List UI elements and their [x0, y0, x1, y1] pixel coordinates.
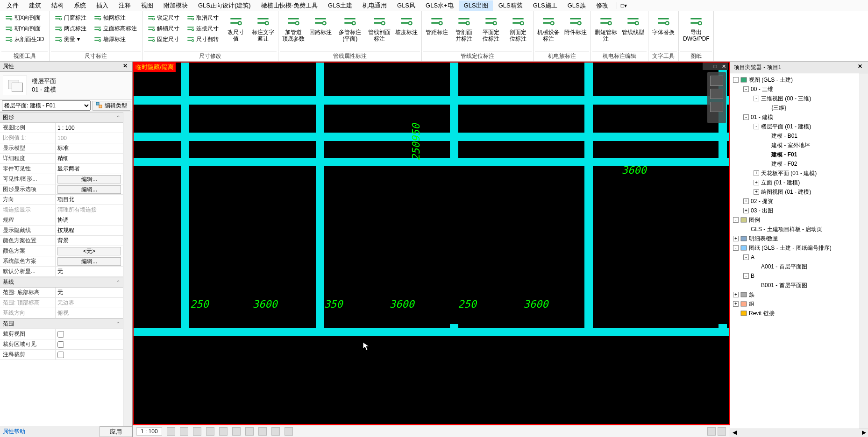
property-value[interactable] — [55, 133, 123, 143]
tree-expander-icon[interactable]: + — [733, 236, 739, 241]
ribbon-button[interactable]: 管线剖面标注 — [366, 13, 393, 50]
maximize-view-button[interactable]: □ — [711, 63, 719, 70]
wall-element[interactable] — [584, 63, 593, 336]
project-browser-tree[interactable]: -视图 (GLS - 土建)-00 - 三维-三维视图 (00 - 三维){三维… — [730, 73, 860, 429]
property-value[interactable] — [55, 236, 123, 246]
tree-item[interactable]: +族 — [731, 290, 859, 299]
menu-item[interactable]: GLS精装 — [494, 0, 527, 11]
property-input[interactable] — [57, 238, 121, 244]
menu-item[interactable]: 修改 — [591, 0, 613, 11]
edit-button[interactable]: 编辑... — [57, 257, 121, 266]
worksharing-icon[interactable] — [258, 427, 267, 436]
tree-item[interactable]: A001 - 首层平面图 — [731, 262, 859, 271]
tree-item[interactable]: +天花板平面 (01 - 建模) — [731, 169, 859, 178]
property-section-header[interactable]: 基线⌃ — [0, 277, 123, 288]
hide-isolate-icon[interactable] — [232, 427, 241, 436]
tree-item[interactable]: -B — [731, 271, 859, 281]
scrollbar[interactable] — [123, 112, 132, 426]
ribbon-button[interactable]: 机械设备标注 — [535, 13, 562, 50]
tree-expander-icon[interactable]: - — [733, 245, 739, 251]
ribbon-button[interactable]: 解锁尺寸 — [145, 23, 182, 34]
property-value[interactable] — [55, 195, 123, 204]
property-input[interactable] — [57, 289, 121, 296]
menu-item[interactable]: 建筑 — [24, 0, 46, 11]
ribbon-button[interactable]: 标注文字避让 — [249, 13, 277, 50]
close-icon[interactable]: ✕ — [121, 63, 129, 71]
property-section-header[interactable]: 范围⌃ — [0, 318, 123, 329]
property-value[interactable] — [55, 267, 123, 276]
wall-element[interactable] — [134, 328, 729, 336]
ribbon-button[interactable]: 多管标注(平面) — [334, 13, 366, 50]
menu-overflow-button[interactable]: □▾ — [617, 2, 631, 9]
close-icon[interactable]: ✕ — [856, 63, 864, 71]
dimension-text[interactable]: 250950 — [410, 124, 422, 161]
status-right-icon-2[interactable] — [718, 427, 726, 436]
tree-expander-icon[interactable]: + — [754, 189, 759, 195]
property-value[interactable] — [55, 215, 123, 225]
menu-item[interactable]: GLS土建 — [323, 0, 357, 11]
ribbon-button[interactable]: 管距标注 — [423, 13, 450, 50]
property-value[interactable] — [55, 308, 123, 318]
apply-button[interactable]: 应用 — [100, 426, 132, 437]
model-canvas[interactable]: 临时隐藏/隔离 — □ ✕ 25036003503600250360036002… — [133, 62, 730, 425]
scroll-left-icon[interactable]: ◀ — [730, 429, 739, 437]
instance-filter-dropdown[interactable]: 楼层平面: 建模 - F01 — [2, 100, 91, 111]
wall-element[interactable] — [134, 96, 729, 105]
tree-expander-icon[interactable]: + — [754, 170, 759, 176]
ribbon-button[interactable]: 管剖面并标注 — [450, 13, 477, 50]
ribbon-button[interactable]: 墙厚标注 — [91, 34, 140, 44]
menu-item[interactable]: GLS正向设计(建筑) — [193, 0, 256, 11]
ribbon-button[interactable]: 剖面定位标注 — [505, 13, 532, 50]
tree-expander-icon[interactable]: - — [733, 217, 739, 223]
tree-expander-icon[interactable]: - — [743, 114, 749, 120]
property-value[interactable]: 编辑... — [55, 174, 123, 184]
menu-item[interactable]: GLS族 — [563, 0, 591, 11]
property-input[interactable] — [57, 135, 121, 141]
property-value[interactable] — [55, 164, 123, 174]
ribbon-button[interactable]: 删短管标注 — [592, 13, 619, 50]
shadows-icon[interactable] — [206, 427, 214, 436]
tree-item[interactable]: GLS - 土建项目样板 - 启动页 — [731, 225, 859, 234]
property-value[interactable] — [55, 226, 123, 235]
type-selector[interactable]: 楼层平面 01 - 建模 — [0, 72, 132, 99]
close-view-button[interactable]: ✕ — [719, 63, 728, 70]
menu-item[interactable]: GLS风 — [392, 0, 420, 11]
menu-item[interactable]: GLS出图 — [459, 0, 493, 11]
ribbon-button[interactable]: 连接尺寸 — [184, 23, 221, 34]
menu-item[interactable]: GLS施工 — [528, 0, 562, 11]
menu-item[interactable]: 系统 — [69, 0, 91, 11]
menu-item[interactable]: 插入 — [92, 0, 113, 11]
analytial-icon[interactable] — [271, 427, 280, 436]
ribbon-button[interactable]: 门窗标注 — [52, 13, 89, 23]
view-scale-button[interactable]: 1 : 100 — [136, 427, 162, 436]
menu-item[interactable]: 橄榄山快模-免费工具 — [256, 0, 322, 11]
edit-button[interactable]: 编辑... — [57, 185, 121, 194]
property-checkbox[interactable] — [57, 352, 64, 358]
ribbon-button[interactable]: 取消尺寸 — [184, 13, 221, 23]
property-value[interactable]: 编辑... — [55, 184, 123, 194]
navigation-bar[interactable] — [707, 72, 726, 123]
tree-item[interactable]: -A — [731, 253, 859, 262]
tree-expander-icon[interactable]: - — [743, 254, 749, 260]
property-input[interactable] — [57, 207, 121, 213]
ribbon-button[interactable]: 回路标注 — [307, 13, 334, 50]
tree-item[interactable]: {三维} — [731, 103, 859, 113]
ribbon-button[interactable]: 字体替换 — [650, 13, 677, 50]
tree-item[interactable]: -图例 — [731, 215, 859, 225]
properties-help-link[interactable]: 属性帮助 — [0, 426, 100, 437]
tree-expander-icon[interactable]: - — [733, 77, 739, 83]
property-value[interactable]: <无> — [55, 246, 123, 256]
tree-expander-icon[interactable]: + — [733, 292, 739, 297]
reveal-hidden-icon[interactable] — [245, 427, 254, 436]
tree-expander-icon[interactable]: - — [754, 96, 759, 101]
visual-style-icon[interactable] — [180, 427, 188, 436]
property-value[interactable] — [55, 143, 123, 153]
minimize-view-button[interactable]: — — [703, 63, 711, 70]
ribbon-button[interactable]: 坡度标注 — [393, 13, 420, 50]
tree-item[interactable]: +明细表/数量 — [731, 234, 859, 243]
ribbon-button[interactable]: 加管道顶底参数 — [280, 13, 307, 50]
tree-item[interactable]: -三维视图 (00 - 三维) — [731, 94, 859, 103]
tree-item[interactable]: +立面 (01 - 建模) — [731, 178, 859, 187]
property-checkbox[interactable] — [57, 331, 64, 338]
ribbon-button[interactable]: 尺寸翻转 — [184, 34, 221, 44]
